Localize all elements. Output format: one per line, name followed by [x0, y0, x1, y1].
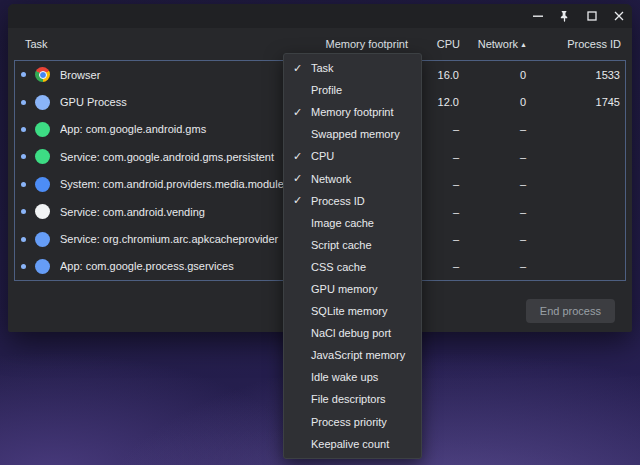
- task-label: App: com.google.process.gservices: [60, 260, 287, 272]
- menu-item[interactable]: ✓ Network: [284, 167, 421, 189]
- cell-network: –: [459, 260, 526, 272]
- cell-network: –: [459, 123, 526, 135]
- menu-item-label: SQLite memory: [311, 305, 421, 317]
- app-icon: [35, 95, 50, 110]
- task-label: System: com.android.providers.media.modu…: [60, 178, 287, 190]
- menu-item[interactable]: Process priority: [284, 411, 421, 433]
- cell-process-id: 1533: [526, 69, 620, 81]
- cell-network: –: [459, 206, 526, 218]
- task-label: Service: com.google.android.gms.persiste…: [60, 151, 287, 163]
- app-icon: [35, 122, 50, 137]
- app-icon: [35, 67, 50, 82]
- menu-item-label: Process priority: [311, 416, 421, 428]
- task-label: App: com.google.android.gms: [60, 123, 287, 135]
- menu-item-label: Swapped memory: [311, 128, 421, 140]
- menu-item[interactable]: Profile: [284, 79, 421, 101]
- cell-network: –: [459, 233, 526, 245]
- menu-item[interactable]: Keepalive count: [284, 433, 421, 455]
- menu-item[interactable]: JavaScript memory: [284, 344, 421, 366]
- menu-item-label: NaCl debug port: [311, 327, 421, 339]
- cell-process-id: 1745: [526, 96, 620, 108]
- menu-item-label: JavaScript memory: [311, 349, 421, 361]
- column-header-process-id[interactable]: Process ID: [527, 38, 621, 50]
- menu-item-label: Idle wake ups: [311, 371, 421, 383]
- app-icon: [35, 204, 50, 219]
- column-header-network[interactable]: Network▲: [460, 38, 527, 50]
- menu-item[interactable]: ✓ Memory footprint: [284, 101, 421, 123]
- row-indicator-dot: [21, 264, 26, 269]
- task-label: GPU Process: [60, 96, 287, 108]
- menu-item-label: Script cache: [311, 239, 421, 251]
- checkmark-icon: ✓: [284, 62, 311, 75]
- window-footer: End process: [526, 299, 615, 323]
- menu-item-label: Task: [311, 62, 421, 74]
- minimize-button[interactable]: [524, 4, 551, 28]
- cell-network: –: [459, 151, 526, 163]
- menu-item-label: CSS cache: [311, 261, 421, 273]
- menu-item[interactable]: Idle wake ups: [284, 366, 421, 388]
- cell-network: 0: [459, 69, 526, 81]
- column-header-network-label: Network: [478, 38, 518, 50]
- menu-item-label: Image cache: [311, 217, 421, 229]
- menu-item-label: Profile: [311, 84, 421, 96]
- checkmark-icon: ✓: [284, 172, 311, 185]
- menu-item-label: File descriptors: [311, 393, 421, 405]
- sort-ascending-icon: ▲: [520, 41, 527, 48]
- menu-item[interactable]: ✓ CPU: [284, 145, 421, 167]
- app-icon: [35, 177, 50, 192]
- menu-item-label: Process ID: [311, 195, 421, 207]
- checkmark-icon: ✓: [284, 150, 311, 163]
- cell-network: –: [459, 178, 526, 190]
- row-indicator-dot: [21, 72, 26, 77]
- close-button[interactable]: [605, 4, 632, 28]
- row-indicator-dot: [21, 182, 26, 187]
- pin-button[interactable]: [551, 4, 578, 28]
- menu-item[interactable]: ✓ Process ID: [284, 190, 421, 212]
- menu-item-label: Keepalive count: [311, 438, 421, 450]
- task-label: Service: com.android.vending: [60, 206, 287, 218]
- menu-item[interactable]: CSS cache: [284, 256, 421, 278]
- menu-item-label: Network: [311, 173, 421, 185]
- checkmark-icon: ✓: [284, 194, 311, 207]
- column-context-menu: ✓ Task Profile ✓ Memory footprint Swappe…: [283, 53, 422, 459]
- menu-item-label: CPU: [311, 150, 421, 162]
- column-header-cpu[interactable]: CPU: [408, 38, 460, 50]
- row-indicator-dot: [21, 100, 26, 105]
- row-indicator-dot: [21, 154, 26, 159]
- menu-item[interactable]: SQLite memory: [284, 300, 421, 322]
- menu-item[interactable]: ✓ Task: [284, 57, 421, 79]
- cell-network: 0: [459, 96, 526, 108]
- row-indicator-dot: [21, 209, 26, 214]
- app-icon: [35, 259, 50, 274]
- menu-item-label: Memory footprint: [311, 106, 421, 118]
- row-indicator-dot: [21, 237, 26, 242]
- menu-item[interactable]: Swapped memory: [284, 123, 421, 145]
- app-icon: [35, 149, 50, 164]
- titlebar[interactable]: [8, 4, 632, 28]
- column-header-task[interactable]: Task: [25, 38, 288, 50]
- row-indicator-dot: [21, 127, 26, 132]
- menu-item[interactable]: File descriptors: [284, 388, 421, 410]
- maximize-button[interactable]: [578, 4, 605, 28]
- menu-item[interactable]: NaCl debug port: [284, 322, 421, 344]
- menu-item[interactable]: GPU memory: [284, 278, 421, 300]
- end-process-button[interactable]: End process: [526, 299, 615, 323]
- task-label: Browser: [60, 69, 287, 81]
- task-label: Service: org.chromium.arc.apkcacheprovid…: [60, 233, 287, 245]
- column-header-memory[interactable]: Memory footprint: [288, 38, 408, 50]
- menu-item-label: GPU memory: [311, 283, 421, 295]
- menu-item[interactable]: Image cache: [284, 212, 421, 234]
- menu-item[interactable]: Script cache: [284, 234, 421, 256]
- checkmark-icon: ✓: [284, 106, 311, 119]
- app-icon: [35, 232, 50, 247]
- desktop-background: Task Memory footprint CPU Network▲ Proce…: [0, 0, 640, 465]
